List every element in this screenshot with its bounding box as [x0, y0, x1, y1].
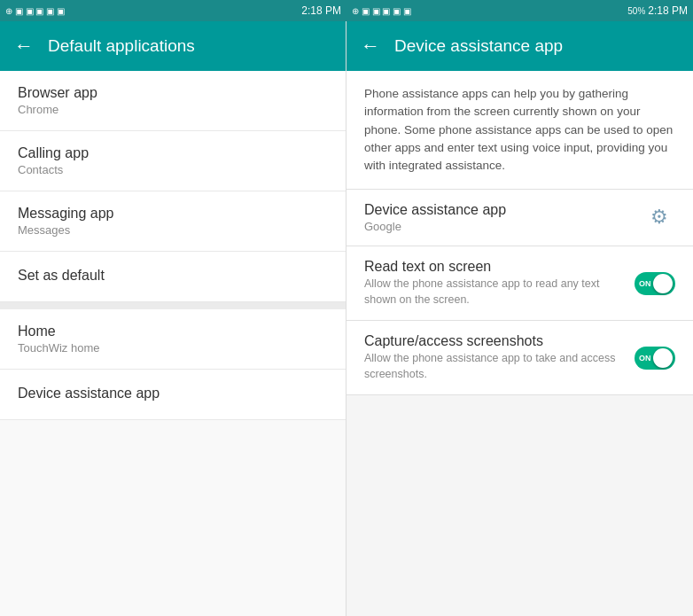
status-bar-right: 50% 2:18 PM [520, 0, 694, 21]
notification-icons-right: ⊕ ▣ ▣ ▣ ▣ ▣ [352, 6, 411, 16]
calling-app-item[interactable]: Calling app Contacts [0, 131, 346, 191]
browser-app-item[interactable]: Browser app Chrome [0, 71, 346, 131]
right-header-bar: ← Device assistance app [346, 21, 693, 71]
assistance-description-box: Phone assistance apps can help you by ga… [346, 71, 693, 190]
read-text-toggle-label: ON [639, 279, 651, 288]
device-assistance-app-left-item[interactable]: Device assistance app [0, 370, 346, 420]
home-subtitle: TouchWiz home [18, 341, 328, 355]
device-assistance-app-left-title: Device assistance app [18, 386, 328, 402]
home-title: Home [18, 324, 328, 339]
browser-app-title: Browser app [18, 85, 328, 101]
calling-app-subtitle: Contacts [18, 163, 328, 176]
status-bar-left: ⊕ ▣ ▣ ▣ ▣ ▣ [0, 0, 174, 21]
battery-right: 50% [627, 6, 645, 16]
assistance-description-text: Phone assistance apps can help you by ga… [364, 85, 675, 175]
capture-screenshots-toggle[interactable]: ON [635, 347, 675, 370]
time-right: 2:18 PM [648, 4, 688, 17]
time-left: 2:18 PM [301, 4, 341, 17]
capture-screenshots-toggle-knob [653, 348, 673, 368]
capture-screenshots-desc: Allow the phone assistance app to take a… [364, 351, 635, 382]
left-back-arrow[interactable]: ← [14, 35, 34, 58]
set-as-default-item[interactable]: Set as default [0, 252, 346, 302]
messaging-app-title: Messaging app [18, 206, 328, 222]
right-back-arrow[interactable]: ← [361, 35, 380, 58]
read-text-toggle[interactable]: ON [635, 272, 675, 295]
read-text-title: Read text on screen [364, 259, 635, 275]
messaging-app-subtitle: Messages [18, 223, 328, 237]
status-bar-right-notifs: ⊕ ▣ ▣ ▣ ▣ ▣ [346, 0, 520, 21]
browser-app-subtitle: Chrome [18, 103, 328, 116]
read-text-desc: Allow the phone assistance app to read a… [364, 277, 635, 308]
capture-screenshots-toggle-label: ON [639, 354, 651, 363]
read-text-on-screen-item[interactable]: Read text on screen Allow the phone assi… [346, 246, 693, 321]
gear-icon[interactable]: ⚙ [650, 206, 675, 230]
device-assistance-app-right-title: Device assistance app [364, 202, 650, 218]
set-as-default-title: Set as default [18, 268, 328, 284]
status-bars-row: ⊕ ▣ ▣ ▣ ▣ ▣ 2:18 PM ⊕ ▣ ▣ ▣ ▣ ▣ 50% 2:18… [0, 0, 693, 21]
device-assistance-app-content: Device assistance app Google [364, 202, 650, 233]
left-panel: ← Default applications Browser app Chrom… [0, 21, 346, 616]
left-header-title: Default applications [48, 36, 195, 56]
notification-icons-left: ⊕ ▣ ▣ ▣ ▣ ▣ [5, 6, 65, 16]
home-item[interactable]: Home TouchWiz home [0, 309, 346, 370]
main-content: ← Default applications Browser app Chrom… [0, 21, 693, 616]
read-text-content: Read text on screen Allow the phone assi… [364, 259, 635, 308]
calling-app-title: Calling app [18, 145, 328, 161]
left-settings-list: Browser app Chrome Calling app Contacts … [0, 71, 346, 616]
read-text-toggle-knob [653, 274, 673, 293]
device-assistance-app-right-subtitle: Google [364, 220, 650, 233]
capture-screenshots-title: Capture/access screenshots [364, 333, 635, 349]
left-header-bar: ← Default applications [0, 21, 346, 71]
section-divider [0, 302, 346, 309]
messaging-app-item[interactable]: Messaging app Messages [0, 191, 346, 252]
status-bar-right-left: 2:18 PM [174, 0, 347, 21]
device-assistance-app-setting-item[interactable]: Device assistance app Google ⚙ [346, 190, 693, 246]
capture-screenshots-content: Capture/access screenshots Allow the pho… [364, 333, 635, 382]
right-header-title: Device assistance app [394, 36, 563, 56]
right-panel: ← Device assistance app Phone assistance… [346, 21, 693, 616]
capture-screenshots-item[interactable]: Capture/access screenshots Allow the pho… [346, 321, 693, 395]
